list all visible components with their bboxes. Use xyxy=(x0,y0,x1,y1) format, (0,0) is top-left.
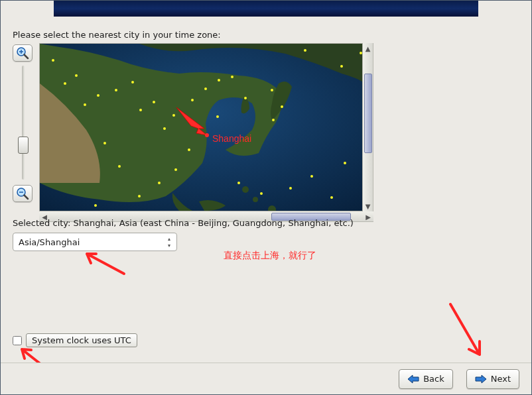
arrow-left-icon xyxy=(407,374,419,384)
svg-point-44 xyxy=(344,162,346,164)
back-button-label: Back xyxy=(423,374,444,384)
next-button-label: Next xyxy=(491,374,511,384)
svg-point-42 xyxy=(310,175,313,178)
scroll-down-icon[interactable]: ▼ xyxy=(363,201,373,211)
svg-point-45 xyxy=(304,49,306,52)
timezone-prompt: Please select the nearest city in your t… xyxy=(13,30,221,40)
annotation-hint-text: 直接点击上海，就行了 xyxy=(224,250,316,262)
annotation-arrow-icon xyxy=(82,250,128,276)
arrow-right-icon xyxy=(475,374,487,384)
timezone-value: Asia/Shanghai xyxy=(19,237,80,247)
svg-point-47 xyxy=(360,52,362,54)
svg-text:Shanghai: Shanghai xyxy=(212,133,251,144)
map-vertical-scrollbar[interactable]: ▲ ▼ xyxy=(363,43,373,211)
svg-point-32 xyxy=(158,182,161,184)
svg-point-19 xyxy=(139,109,142,111)
timezone-map[interactable]: Shanghai xyxy=(39,43,363,211)
svg-point-26 xyxy=(231,76,233,78)
svg-point-10 xyxy=(253,197,258,202)
svg-point-38 xyxy=(272,119,275,121)
svg-point-9 xyxy=(242,186,249,193)
svg-point-48 xyxy=(94,204,97,207)
svg-point-41 xyxy=(289,187,292,190)
svg-point-13 xyxy=(64,82,66,85)
svg-point-37 xyxy=(281,105,283,108)
zoom-out-button[interactable] xyxy=(13,185,33,202)
svg-point-31 xyxy=(174,168,177,171)
svg-point-21 xyxy=(163,127,166,130)
svg-point-24 xyxy=(204,87,207,90)
svg-point-16 xyxy=(97,94,100,97)
annotation-arrow-icon xyxy=(446,302,486,361)
header-banner xyxy=(54,1,478,17)
svg-point-49 xyxy=(205,133,209,137)
scroll-up-icon[interactable]: ▲ xyxy=(363,43,373,54)
svg-point-18 xyxy=(131,81,134,84)
scroll-right-icon[interactable]: ▶ xyxy=(363,211,373,222)
svg-point-17 xyxy=(115,89,117,91)
selected-city-label: Selected city: Shanghai, Asia (east Chin… xyxy=(13,218,354,228)
zoom-in-button[interactable] xyxy=(13,44,33,62)
wizard-nav-bar: Back Next xyxy=(1,363,531,394)
svg-point-27 xyxy=(244,97,247,99)
svg-point-40 xyxy=(260,192,263,195)
svg-point-36 xyxy=(271,89,273,91)
svg-point-20 xyxy=(153,101,155,103)
zoom-slider-thumb[interactable] xyxy=(18,137,29,154)
svg-point-14 xyxy=(75,74,78,77)
system-clock-utc-button[interactable]: System clock uses UTC xyxy=(26,333,137,347)
system-clock-utc-checkbox[interactable] xyxy=(13,336,22,345)
timezone-combobox[interactable]: Asia/Shanghai ▴▾ xyxy=(13,233,177,251)
svg-point-33 xyxy=(138,195,141,198)
svg-point-23 xyxy=(191,99,194,101)
system-clock-utc-label: System clock uses UTC xyxy=(32,335,131,345)
svg-point-43 xyxy=(330,196,333,199)
svg-point-34 xyxy=(118,165,121,168)
svg-point-25 xyxy=(218,79,220,82)
zoom-in-icon xyxy=(16,46,29,60)
zoom-out-icon xyxy=(16,187,29,200)
svg-point-12 xyxy=(52,59,54,62)
svg-point-39 xyxy=(237,182,240,184)
next-button[interactable]: Next xyxy=(466,369,519,389)
svg-point-22 xyxy=(172,114,175,117)
svg-line-1 xyxy=(25,55,29,59)
svg-point-35 xyxy=(103,142,106,144)
svg-point-15 xyxy=(84,103,86,106)
zoom-slider-track[interactable] xyxy=(22,66,25,180)
svg-line-5 xyxy=(25,196,29,199)
back-button[interactable]: Back xyxy=(399,369,453,389)
svg-point-46 xyxy=(340,65,343,68)
scroll-thumb-vertical[interactable] xyxy=(364,74,372,153)
svg-point-28 xyxy=(216,115,219,118)
combobox-spinner-icon[interactable]: ▴▾ xyxy=(165,235,174,250)
svg-point-30 xyxy=(188,148,190,151)
